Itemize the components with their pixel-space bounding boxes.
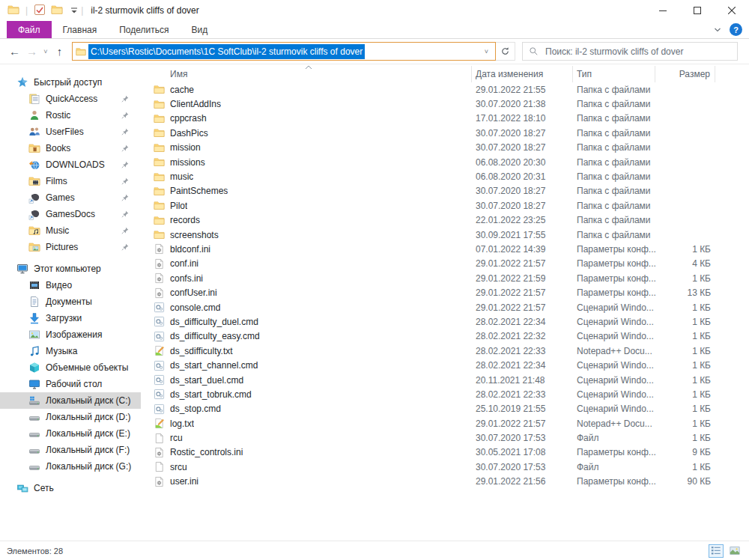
back-button[interactable]: ←	[6, 43, 23, 61]
file-row[interactable]: Pilot30.07.2020 18:27Папка с файлами	[150, 198, 749, 213]
sidebar-item[interactable]: Music	[0, 222, 141, 239]
address-dropdown-button[interactable]: ˅	[478, 48, 495, 55]
sidebar-item[interactable]: Объемные объекты	[0, 359, 141, 376]
details-view-button[interactable]	[709, 544, 724, 558]
sidebar-item[interactable]: Pictures	[0, 239, 141, 255]
sidebar-section-header[interactable]: Сеть	[0, 480, 141, 496]
column-header-label: Тип	[577, 69, 592, 79]
file-row[interactable]: ds_start_channel.cmd28.02.2021 22:34Сцен…	[150, 358, 749, 372]
sidebar-item[interactable]: Изображения	[0, 326, 141, 343]
file-row[interactable]: missions06.08.2020 20:30Папка с файлами	[150, 155, 749, 169]
sidebar-item[interactable]: Локальный диск (G:)	[0, 458, 141, 475]
sidebar-item[interactable]: GamesDocs	[0, 206, 141, 222]
sidebar-item[interactable]: Загрузки	[0, 310, 141, 326]
customize-qat-button[interactable]	[68, 4, 80, 18]
file-date: 20.11.2021 21:48	[472, 375, 573, 386]
qat-button[interactable]	[34, 4, 46, 18]
sidebar-item[interactable]: Games	[0, 189, 141, 206]
qat-dropdown-icon	[68, 4, 80, 16]
ini-file-icon	[154, 243, 165, 255]
file-date: 06.08.2020 20:30	[472, 157, 573, 168]
up-button[interactable]: ↑	[51, 43, 68, 61]
column-header[interactable]: Размер	[655, 66, 715, 82]
sidebar-item[interactable]: Локальный диск (F:)	[0, 442, 141, 458]
file-row[interactable]: cppcrash17.01.2022 18:10Папка с файлами	[150, 112, 749, 126]
thumbnails-view-icon	[730, 546, 740, 556]
file-row[interactable]: music06.08.2020 20:31Папка с файлами	[150, 169, 749, 183]
address-path[interactable]: C:\Users\Rostic\Documents\1C SoftClub\il…	[88, 44, 365, 59]
sidebar-section-header[interactable]: Этот компьютер	[0, 261, 141, 277]
file-row[interactable]: confUser.ini29.01.2022 21:57Параметры ко…	[150, 285, 749, 299]
file-name: ds_sdifficulty.txt	[170, 346, 233, 356]
file-row[interactable]: cache29.01.2022 21:55Папка с файлами	[150, 82, 749, 97]
file-row[interactable]: user.ini29.01.2022 21:56Параметры конф..…	[150, 475, 749, 489]
ribbon-tab[interactable]: Вид	[180, 21, 219, 38]
file-name-cell: missions	[150, 156, 472, 168]
sidebar-item[interactable]: QuickAccess	[0, 91, 141, 107]
file-row[interactable]: log.txt29.01.2022 21:57Notepad++ Docu...…	[150, 416, 749, 430]
close-button[interactable]	[715, 0, 749, 21]
file-row[interactable]: ds_start_tobruk.cmd28.02.2021 22:33Сцена…	[150, 387, 749, 401]
thumbnails-view-button[interactable]	[727, 544, 742, 558]
file-row[interactable]: PaintSchemes30.07.2020 18:27Папка с файл…	[150, 184, 749, 198]
sidebar-item[interactable]: Видео	[0, 277, 141, 293]
sidebar-item[interactable]: Локальный диск (E:)	[0, 425, 141, 442]
file-row[interactable]: rcu30.07.2020 17:53Файл1 КБ	[150, 430, 749, 445]
search-box[interactable]: Поиск: il-2 sturmovik cliffs of dover	[522, 42, 738, 61]
address-bar[interactable]: C:\Users\Rostic\Documents\1C SoftClub\il…	[72, 42, 496, 61]
sidebar-item[interactable]: UserFiles	[0, 124, 141, 140]
file-row[interactable]: Rostic_controls.ini30.05.2021 17:08Парам…	[150, 445, 749, 460]
sidebar-item[interactable]: Рабочий стол	[0, 376, 141, 392]
sidebar-item[interactable]: Films	[0, 173, 141, 189]
npp-file-icon	[154, 418, 165, 429]
file-row[interactable]: conf.ini29.01.2022 21:57Параметры конф..…	[150, 257, 749, 271]
file-row[interactable]: mission30.07.2020 18:27Папка с файлами	[150, 141, 749, 155]
column-header-label: Дата изменения	[476, 69, 543, 79]
file-row[interactable]: console.cmd29.01.2022 21:57Сценарий Wind…	[150, 300, 749, 314]
details-view-icon	[711, 546, 721, 556]
file-row[interactable]: ds_difficulty_easy.cmd28.02.2021 22:32Сц…	[150, 329, 749, 344]
file-row[interactable]: confs.ini29.01.2022 21:59Параметры конф.…	[150, 271, 749, 285]
sidebar-item[interactable]: Books	[0, 140, 141, 156]
file-type: Параметры конф...	[573, 273, 655, 284]
sidebar-item[interactable]: Локальный диск (C:)	[0, 392, 141, 409]
file-row[interactable]: screenshots30.09.2021 17:55Папка с файла…	[150, 228, 749, 242]
maximize-button[interactable]	[680, 0, 715, 21]
qat-button[interactable]	[7, 4, 19, 18]
file-row[interactable]: ds_stop.cmd25.10.2019 21:55Сценарий Wind…	[150, 402, 749, 416]
forward-button[interactable]: →	[23, 43, 40, 61]
column-header[interactable]: Тип	[573, 66, 655, 82]
file-type: Сценарий Windo...	[573, 302, 655, 313]
file-rows: cache29.01.2022 21:55Папка с файламиClie…	[150, 82, 749, 541]
ribbon-tab[interactable]: Файл	[7, 21, 52, 38]
sidebar-section-header[interactable]: Быстрый доступ	[0, 74, 141, 91]
file-row[interactable]: DashPics30.07.2020 18:27Папка с файлами	[150, 126, 749, 140]
file-row[interactable]: srcu30.07.2020 17:53Файл1 КБ	[150, 460, 749, 474]
recent-locations-button[interactable]: ˅	[40, 43, 51, 61]
help-button[interactable]: ?	[730, 23, 742, 36]
folder-icon	[154, 200, 165, 211]
file-row[interactable]: ds_difficulty_duel.cmd28.02.2021 22:34Сц…	[150, 314, 749, 329]
file-type: Папка с файлами	[573, 215, 655, 225]
sidebar-item[interactable]: Документы	[0, 293, 141, 310]
disk-icon	[28, 427, 40, 439]
minimize-button[interactable]	[646, 0, 680, 21]
ribbon-tab[interactable]: Главная	[52, 21, 109, 38]
ribbon-tab[interactable]: Поделиться	[108, 21, 180, 38]
file-row[interactable]: ds_start_duel.cmd20.11.2021 21:48Сценари…	[150, 373, 749, 387]
file-row[interactable]: ds_sdifficulty.txt28.02.2021 22:33Notepa…	[150, 344, 749, 358]
qat-button[interactable]	[51, 4, 63, 18]
file-row[interactable]: records22.01.2022 23:25Папка с файлами	[150, 213, 749, 228]
file-type: Папка с файлами	[573, 113, 655, 124]
file-size: 1 КБ	[655, 273, 715, 284]
chevron-down-icon[interactable]	[714, 26, 721, 34]
sidebar-item[interactable]: DOWNLOADS	[0, 156, 141, 173]
column-header[interactable]: Дата изменения	[472, 66, 573, 82]
sidebar-item[interactable]: Локальный диск (D:)	[0, 409, 141, 425]
file-row[interactable]: ClientAddIns30.07.2020 21:38Папка с файл…	[150, 97, 749, 111]
folder-icon	[76, 46, 86, 57]
refresh-button[interactable]	[496, 42, 515, 61]
sidebar-item[interactable]: Музыка	[0, 343, 141, 359]
sidebar-item[interactable]: Rostic	[0, 107, 141, 124]
file-row[interactable]: bldconf.ini07.01.2022 14:39Параметры кон…	[150, 242, 749, 256]
